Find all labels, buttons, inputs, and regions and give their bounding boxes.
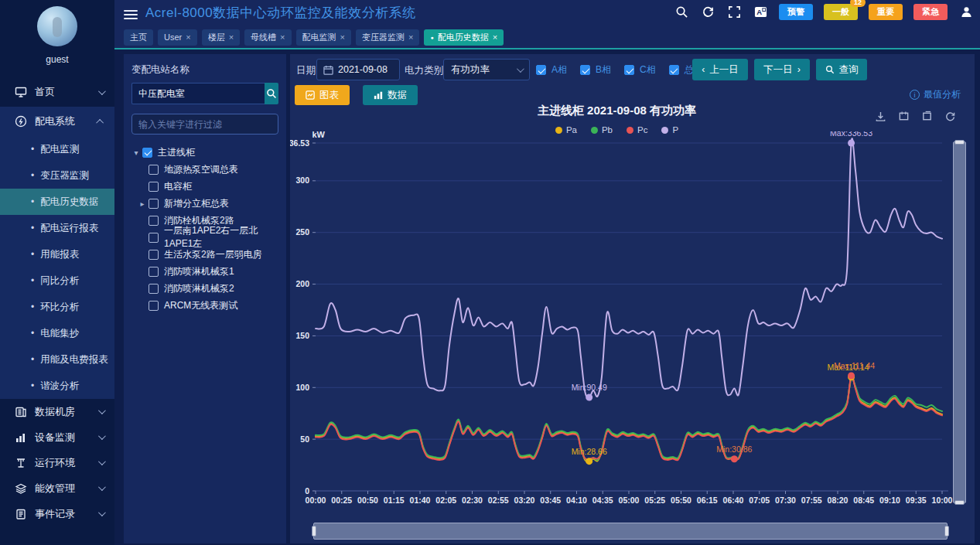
sidebar-item-environment[interactable]: 运行环境 <box>0 450 114 475</box>
horizontal-datazoom-slider[interactable] <box>313 523 948 540</box>
close-icon[interactable]: × <box>229 32 234 42</box>
tree-checkbox[interactable] <box>149 233 159 243</box>
checkbox-phase-a[interactable]: A相 <box>536 63 567 77</box>
close-icon[interactable]: × <box>408 32 413 42</box>
tree-checkbox[interactable] <box>149 267 159 277</box>
tree-checkbox[interactable] <box>149 199 159 209</box>
tree-item-expandable[interactable]: ▸新增分立柜总表 <box>131 195 278 212</box>
prev-day-button[interactable]: ‹上一日 <box>692 59 748 80</box>
slider-handle[interactable] <box>944 526 949 536</box>
query-button[interactable]: 查询 <box>816 59 867 80</box>
tree-checkbox[interactable] <box>149 301 159 311</box>
vertical-datazoom-slider[interactable] <box>953 141 966 503</box>
close-icon[interactable]: × <box>186 32 190 42</box>
tree-checkbox[interactable] <box>149 165 159 175</box>
sidebar-subitem-distribution-monitor[interactable]: 配电监测 <box>0 136 114 162</box>
search-icon[interactable] <box>674 5 689 20</box>
alarm-important-button[interactable]: 重要 <box>869 4 903 20</box>
chevron-left-icon: ‹ <box>702 64 705 75</box>
station-search-button[interactable] <box>265 83 278 104</box>
alarm-general-button[interactable]: 一般12 <box>824 4 858 20</box>
checkbox-phase-c[interactable]: C相 <box>624 63 656 77</box>
tree-item[interactable]: 消防喷淋机械泵2 <box>131 280 278 297</box>
sidebar-item-home[interactable]: 首页 <box>0 77 114 107</box>
alarm-critical-button[interactable]: 紧急 <box>913 4 948 20</box>
series-line-Pc <box>316 375 942 460</box>
tab-home[interactable]: 主页 <box>124 29 153 46</box>
legend-item-pc[interactable]: Pc <box>627 125 647 135</box>
sidebar-item-data-room[interactable]: 数据机房 <box>0 399 114 424</box>
slider-handle[interactable] <box>954 500 965 505</box>
legend-item-pa[interactable]: Pa <box>555 125 577 135</box>
sidebar-item-energy-mgmt[interactable]: 能效管理 <box>0 475 114 501</box>
sidebar-subitem-energy-report[interactable]: 用能报表 <box>0 241 114 267</box>
annotation-dot-P-max <box>848 140 855 147</box>
tab-distribution-monitor[interactable]: 配电监测× <box>296 29 351 46</box>
box-restore-icon[interactable] <box>919 108 934 124</box>
box-zoom-icon[interactable] <box>896 108 911 124</box>
sidebar-subitem-distribution-history[interactable]: 配电历史数据 <box>0 189 114 215</box>
sidebar-item-device-monitor[interactable]: 设备监测 <box>0 424 114 450</box>
next-day-button[interactable]: 下一日› <box>754 59 810 80</box>
station-search-input[interactable] <box>131 83 265 104</box>
close-icon[interactable]: × <box>280 32 285 42</box>
x-tick-label: 02:30 <box>462 496 483 505</box>
sidebar-item-event-log[interactable]: 事件记录 <box>0 501 114 526</box>
sidebar-subitem-meter-reading[interactable]: 电能集抄 <box>0 320 114 346</box>
tree-item[interactable]: 地源热泵空调总表 <box>131 161 278 178</box>
tree-checkbox[interactable] <box>149 250 159 260</box>
chevron-down-icon <box>98 87 106 95</box>
legend-item-p[interactable]: P <box>661 125 678 135</box>
user-icon[interactable] <box>958 5 974 20</box>
sidebar-subitem-energy-fee-report[interactable]: 用能及电费报表 <box>0 346 114 373</box>
download-icon[interactable] <box>872 108 888 124</box>
translate-icon[interactable]: A <box>753 5 768 20</box>
menu-toggle-icon[interactable] <box>124 8 138 19</box>
tree-checkbox[interactable] <box>149 284 159 294</box>
tree-item[interactable]: ARCM无线表测试 <box>131 297 278 314</box>
tree-item[interactable]: 消防喷淋机械泵1 <box>131 263 278 280</box>
tab-busway[interactable]: 母线槽× <box>244 29 291 46</box>
user-avatar[interactable] <box>37 6 77 46</box>
tree-checkbox-checked[interactable] <box>142 148 152 158</box>
data-view-button[interactable]: 数据 <box>363 85 418 105</box>
tab-user[interactable]: User× <box>158 29 197 46</box>
refresh-icon[interactable] <box>942 108 958 124</box>
date-picker[interactable]: 2021-09-08 <box>316 59 400 80</box>
sidebar-subitem-operation-report[interactable]: 配电运行报表 <box>0 215 114 241</box>
peak-analysis-link[interactable]: i最值分析 <box>910 88 961 101</box>
tree-root-row[interactable]: ▾ 主进线柜 <box>131 144 278 161</box>
fullscreen-icon[interactable] <box>726 5 742 20</box>
tab-floor[interactable]: 楼层× <box>202 29 240 46</box>
sidebar-subitem-mom-analysis[interactable]: 环比分析 <box>0 294 114 320</box>
close-icon[interactable]: × <box>493 32 497 42</box>
power-category-select[interactable]: 有功功率 <box>443 59 530 80</box>
slider-handle[interactable] <box>312 526 316 536</box>
caret-right-icon[interactable]: ▸ <box>138 199 147 208</box>
x-tick-label: 06:15 <box>697 496 718 505</box>
tree-checkbox[interactable] <box>149 216 159 226</box>
chevron-up-icon <box>96 118 104 126</box>
tree-item[interactable]: 一层南1APE2右一层北1APE1左 <box>131 229 278 246</box>
alarm-warning-button[interactable]: 预警 <box>779 4 813 20</box>
slider-handle[interactable] <box>954 140 965 145</box>
close-icon[interactable]: × <box>340 32 345 42</box>
info-icon: i <box>910 90 920 100</box>
line-chart-canvas[interactable]: kW050100150200250300336.5300:0000:2500:5… <box>290 131 975 518</box>
checkbox-phase-b[interactable]: B相 <box>580 63 611 77</box>
refresh-icon[interactable] <box>700 5 715 20</box>
chart-view-button[interactable]: 图表 <box>295 85 350 105</box>
sidebar-item-power-system[interactable]: 配电系统 <box>0 107 114 136</box>
caret-down-icon[interactable]: ▾ <box>131 148 141 157</box>
sidebar-subitem-transformer-monitor[interactable]: 变压器监测 <box>0 162 114 189</box>
sidebar-subitem-harmonic-analysis[interactable]: 谐波分析 <box>0 373 114 399</box>
tree-item[interactable]: 生活水泵2路一层弱电房 <box>131 246 278 263</box>
tab-transformer-monitor[interactable]: 变压器监测× <box>356 29 419 46</box>
chevron-right-icon: › <box>797 64 801 75</box>
tree-filter-input[interactable] <box>131 114 278 135</box>
tree-checkbox[interactable] <box>149 182 159 192</box>
tree-item[interactable]: 电容柜 <box>131 178 278 195</box>
sidebar-subitem-yoy-analysis[interactable]: 同比分析 <box>0 267 114 294</box>
tab-distribution-history[interactable]: ●配电历史数据× <box>424 29 504 46</box>
legend-item-pb[interactable]: Pb <box>591 125 613 135</box>
